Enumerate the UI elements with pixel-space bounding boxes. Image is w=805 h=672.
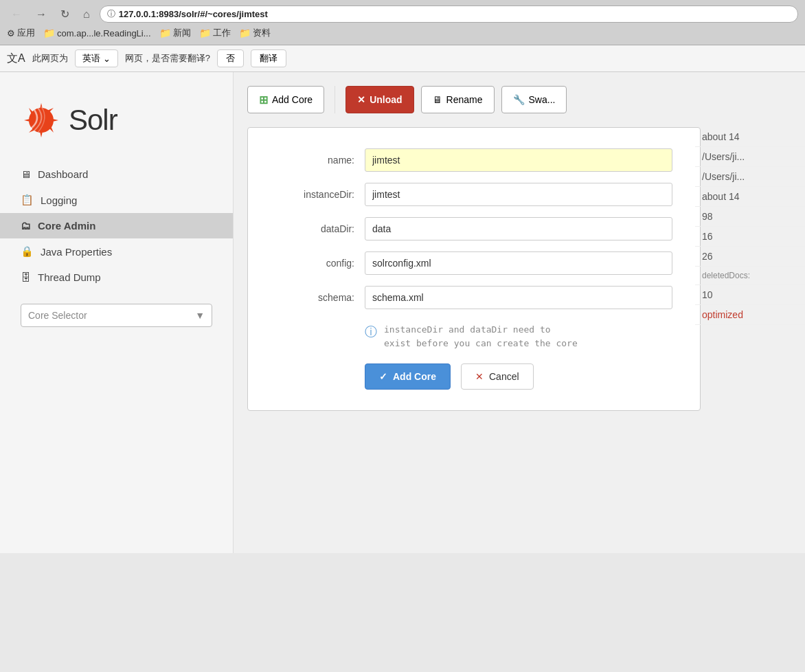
datadir-label: dataDir: bbox=[275, 223, 365, 234]
submit-add-core-button[interactable]: ✓ Add Core bbox=[365, 363, 451, 390]
sidebar-item-logging[interactable]: 📋 Logging bbox=[0, 187, 233, 213]
forward-button[interactable]: → bbox=[32, 7, 51, 22]
folder-icon-1: 📁 bbox=[43, 27, 55, 38]
sidebar-item-core-admin[interactable]: 🗂 Core Admin bbox=[0, 213, 233, 238]
sidebar-item-dashboard-label: Dashboard bbox=[38, 168, 88, 180]
instancedir-label: instanceDir: bbox=[275, 189, 365, 200]
folder-icon-4: 📁 bbox=[239, 27, 251, 38]
stats-item-26: 26 bbox=[695, 247, 805, 267]
unload-button-label: Unload bbox=[370, 94, 402, 105]
bookmarks-bar: ⚙ 应用 📁 com.ap...le.ReadingLi... 📁 新闻 📁 工… bbox=[7, 27, 798, 39]
solr-brand-name: Solr bbox=[69, 104, 117, 137]
info-text-line1: instanceDir and dataDir need to bbox=[384, 323, 578, 337]
schema-label: schema: bbox=[275, 292, 365, 303]
sidebar-item-core-admin-label: Core Admin bbox=[38, 220, 95, 232]
main-content: ⊞ Add Core ✕ Unload 🖥 Rename 🔧 Swa... na… bbox=[234, 72, 805, 553]
bookmark-resources[interactable]: 📁 资料 bbox=[239, 27, 271, 39]
datadir-input[interactable] bbox=[365, 217, 672, 240]
instancedir-field-row: instanceDir: bbox=[275, 183, 672, 206]
sidebar-item-logging-label: Logging bbox=[41, 194, 77, 206]
app-container: Solr 🖥 Dashboard 📋 Logging 🗂 Core Admin … bbox=[0, 72, 805, 553]
core-selector-arrow-icon: ▼ bbox=[195, 310, 205, 321]
bookmark-resources-label: 资料 bbox=[253, 27, 271, 39]
folder-icon-2: 📁 bbox=[159, 27, 171, 38]
submit-add-core-label: Add Core bbox=[393, 371, 436, 382]
info-message-row: ⓘ instanceDir and dataDir need to exist … bbox=[365, 323, 672, 350]
config-field-row: config: bbox=[275, 251, 672, 275]
core-selector-label: Core Selector bbox=[28, 310, 87, 321]
stats-item-about14-2: about 14 bbox=[695, 187, 805, 207]
datadir-field-row: dataDir: bbox=[275, 217, 672, 240]
toolbar-divider bbox=[335, 86, 335, 113]
thread-dump-icon: 🗄 bbox=[21, 271, 31, 283]
bookmark-reading[interactable]: 📁 com.ap...le.ReadingLi... bbox=[43, 27, 151, 38]
stats-item-optimized: optimized bbox=[695, 305, 805, 325]
rename-button[interactable]: 🖥 Rename bbox=[421, 86, 495, 113]
stats-item-users-path-1: /Users/ji... bbox=[695, 147, 805, 167]
logging-icon: 📋 bbox=[21, 194, 34, 206]
toolbar: ⊞ Add Core ✕ Unload 🖥 Rename 🔧 Swa... bbox=[247, 86, 791, 113]
submit-checkmark-icon: ✓ bbox=[379, 371, 387, 382]
chevron-down-icon: ⌄ bbox=[103, 54, 111, 64]
folder-icon-3: 📁 bbox=[199, 27, 211, 38]
name-label: name: bbox=[275, 155, 365, 166]
solr-logo-icon bbox=[21, 100, 62, 141]
stats-item-deleted-docs: deletedDocs: bbox=[695, 267, 805, 285]
bookmark-apps[interactable]: ⚙ 应用 bbox=[7, 27, 35, 39]
schema-field-row: schema: bbox=[275, 286, 672, 309]
translate-language-label: 英语 bbox=[82, 52, 100, 65]
bookmark-reading-label: com.ap...le.ReadingLi... bbox=[57, 28, 151, 38]
config-input[interactable] bbox=[365, 251, 672, 275]
cancel-button[interactable]: ✕ Cancel bbox=[461, 363, 534, 390]
stats-item-98: 98 bbox=[695, 207, 805, 227]
sidebar-logo: Solr bbox=[0, 86, 233, 161]
bookmark-work[interactable]: 📁 工作 bbox=[199, 27, 231, 39]
sidebar-item-dashboard[interactable]: 🖥 Dashboard bbox=[0, 161, 233, 187]
swap-icon: 🔧 bbox=[513, 94, 525, 105]
swap-button-label: Swa... bbox=[529, 94, 556, 105]
rename-icon: 🖥 bbox=[433, 94, 442, 105]
translate-prefix-icon: 文A bbox=[7, 52, 25, 66]
translate-no-button[interactable]: 否 bbox=[217, 49, 244, 67]
config-label: config: bbox=[275, 258, 365, 269]
java-properties-icon: 🔒 bbox=[21, 245, 34, 258]
swap-button[interactable]: 🔧 Swa... bbox=[501, 86, 567, 113]
name-field-row: name: bbox=[275, 148, 672, 172]
unload-button[interactable]: ✕ Unload bbox=[345, 86, 413, 113]
url-text: 127.0.0.1:8983/solr/#/~cores/jimtest bbox=[119, 9, 268, 19]
back-button[interactable]: ← bbox=[7, 7, 26, 22]
translate-prefix-text: 此网页为 bbox=[32, 52, 68, 65]
lock-icon: ⓘ bbox=[107, 8, 115, 20]
core-selector-wrapper: Core Selector ▼ bbox=[0, 290, 233, 341]
sidebar-item-java-properties-label: Java Properties bbox=[41, 246, 112, 258]
schema-input[interactable] bbox=[365, 286, 672, 309]
core-selector-dropdown[interactable]: Core Selector ▼ bbox=[21, 304, 212, 327]
form-actions: ✓ Add Core ✕ Cancel bbox=[365, 363, 672, 390]
cancel-x-icon: ✕ bbox=[475, 371, 484, 382]
name-input[interactable] bbox=[365, 148, 672, 172]
stats-item-users-path-2: /Users/ji... bbox=[695, 167, 805, 187]
browser-chrome: ← → ↻ ⌂ ⓘ 127.0.0.1:8983/solr/#/~cores/j… bbox=[0, 0, 805, 45]
sidebar: Solr 🖥 Dashboard 📋 Logging 🗂 Core Admin … bbox=[0, 72, 234, 553]
instancedir-input[interactable] bbox=[365, 183, 672, 206]
address-bar[interactable]: ⓘ 127.0.0.1:8983/solr/#/~cores/jimtest bbox=[100, 5, 798, 23]
home-button[interactable]: ⌂ bbox=[79, 7, 94, 22]
reload-button[interactable]: ↻ bbox=[56, 6, 73, 22]
stats-item-about14-1: about 14 bbox=[695, 127, 805, 147]
add-core-panel: name: instanceDir: dataDir: config: sche… bbox=[247, 127, 701, 411]
sidebar-item-thread-dump[interactable]: 🗄 Thread Dump bbox=[0, 265, 233, 290]
bookmark-work-label: 工作 bbox=[213, 27, 231, 39]
translate-yes-button[interactable]: 翻译 bbox=[251, 49, 286, 67]
info-message-text: instanceDir and dataDir need to exist be… bbox=[384, 323, 578, 350]
apps-grid-icon: ⚙ bbox=[7, 28, 15, 38]
dashboard-icon: 🖥 bbox=[21, 168, 31, 180]
translate-language-button[interactable]: 英语 ⌄ bbox=[75, 49, 118, 67]
sidebar-item-thread-dump-label: Thread Dump bbox=[38, 271, 101, 283]
stats-panel: about 14 /Users/ji... /Users/ji... about… bbox=[695, 127, 805, 325]
browser-nav: ← → ↻ ⌂ ⓘ 127.0.0.1:8983/solr/#/~cores/j… bbox=[7, 5, 798, 23]
sidebar-item-java-properties[interactable]: 🔒 Java Properties bbox=[0, 238, 233, 265]
bookmark-news[interactable]: 📁 新闻 bbox=[159, 27, 191, 39]
add-core-button[interactable]: ⊞ Add Core bbox=[247, 86, 324, 113]
unload-x-icon: ✕ bbox=[357, 94, 365, 105]
core-admin-icon: 🗂 bbox=[21, 220, 31, 232]
